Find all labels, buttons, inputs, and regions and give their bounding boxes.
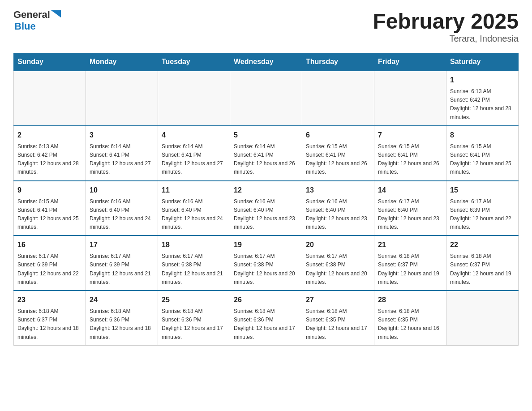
day-info: Sunrise: 6:18 AM Sunset: 6:37 PM Dayligh… bbox=[17, 307, 82, 342]
calendar-cell bbox=[86, 71, 158, 126]
calendar-cell bbox=[14, 71, 86, 126]
day-info: Sunrise: 6:13 AM Sunset: 6:42 PM Dayligh… bbox=[17, 142, 82, 177]
calendar-cell: 16Sunrise: 6:17 AM Sunset: 6:39 PM Dayli… bbox=[14, 235, 86, 291]
logo-arrow-icon bbox=[51, 10, 61, 20]
day-number: 27 bbox=[306, 295, 370, 305]
day-info: Sunrise: 6:17 AM Sunset: 6:39 PM Dayligh… bbox=[450, 197, 515, 232]
day-info: Sunrise: 6:18 AM Sunset: 6:37 PM Dayligh… bbox=[378, 252, 442, 287]
day-number: 18 bbox=[162, 240, 226, 250]
week-row-5: 23Sunrise: 6:18 AM Sunset: 6:37 PM Dayli… bbox=[14, 291, 519, 345]
calendar-cell: 1Sunrise: 6:13 AM Sunset: 6:42 PM Daylig… bbox=[446, 71, 519, 126]
calendar-cell: 21Sunrise: 6:18 AM Sunset: 6:37 PM Dayli… bbox=[374, 235, 446, 291]
day-info: Sunrise: 6:17 AM Sunset: 6:38 PM Dayligh… bbox=[234, 252, 298, 287]
day-info: Sunrise: 6:16 AM Sunset: 6:40 PM Dayligh… bbox=[234, 197, 298, 232]
weekday-header-sunday: Sunday bbox=[14, 53, 86, 71]
calendar-cell bbox=[230, 71, 302, 126]
day-info: Sunrise: 6:16 AM Sunset: 6:40 PM Dayligh… bbox=[90, 197, 154, 232]
calendar-cell: 6Sunrise: 6:15 AM Sunset: 6:41 PM Daylig… bbox=[302, 126, 374, 181]
calendar-cell bbox=[446, 291, 519, 345]
day-number: 14 bbox=[378, 185, 442, 196]
calendar-subtitle: Terara, Indonesia bbox=[373, 34, 519, 44]
day-number: 2 bbox=[17, 130, 82, 141]
day-info: Sunrise: 6:16 AM Sunset: 6:40 PM Dayligh… bbox=[162, 197, 226, 232]
day-info: Sunrise: 6:14 AM Sunset: 6:41 PM Dayligh… bbox=[234, 142, 298, 177]
day-info: Sunrise: 6:15 AM Sunset: 6:41 PM Dayligh… bbox=[450, 142, 515, 177]
day-info: Sunrise: 6:17 AM Sunset: 6:39 PM Dayligh… bbox=[17, 252, 82, 287]
calendar-table: SundayMondayTuesdayWednesdayThursdayFrid… bbox=[13, 53, 519, 346]
day-number: 9 bbox=[17, 185, 82, 196]
calendar-cell: 23Sunrise: 6:18 AM Sunset: 6:37 PM Dayli… bbox=[14, 291, 86, 345]
day-number: 17 bbox=[90, 240, 154, 250]
calendar-cell: 20Sunrise: 6:17 AM Sunset: 6:38 PM Dayli… bbox=[302, 235, 374, 291]
week-row-3: 9Sunrise: 6:15 AM Sunset: 6:41 PM Daylig… bbox=[14, 181, 519, 236]
day-number: 16 bbox=[17, 240, 82, 250]
calendar-cell: 22Sunrise: 6:18 AM Sunset: 6:37 PM Dayli… bbox=[446, 235, 519, 291]
calendar-cell: 10Sunrise: 6:16 AM Sunset: 6:40 PM Dayli… bbox=[86, 181, 158, 236]
calendar-cell bbox=[374, 71, 446, 126]
calendar-cell: 26Sunrise: 6:18 AM Sunset: 6:36 PM Dayli… bbox=[230, 291, 302, 345]
svg-marker-0 bbox=[51, 10, 61, 17]
calendar-cell: 17Sunrise: 6:17 AM Sunset: 6:39 PM Dayli… bbox=[86, 235, 158, 291]
logo-general: General bbox=[13, 9, 50, 21]
calendar-cell: 25Sunrise: 6:18 AM Sunset: 6:36 PM Dayli… bbox=[158, 291, 230, 345]
calendar-cell: 11Sunrise: 6:16 AM Sunset: 6:40 PM Dayli… bbox=[158, 181, 230, 236]
weekday-header-saturday: Saturday bbox=[446, 53, 519, 71]
calendar-cell: 12Sunrise: 6:16 AM Sunset: 6:40 PM Dayli… bbox=[230, 181, 302, 236]
day-info: Sunrise: 6:17 AM Sunset: 6:38 PM Dayligh… bbox=[306, 252, 370, 287]
day-number: 5 bbox=[234, 130, 298, 141]
day-number: 26 bbox=[234, 295, 298, 305]
day-info: Sunrise: 6:15 AM Sunset: 6:41 PM Dayligh… bbox=[306, 142, 370, 177]
weekday-header-thursday: Thursday bbox=[302, 53, 374, 71]
calendar-cell: 19Sunrise: 6:17 AM Sunset: 6:38 PM Dayli… bbox=[230, 235, 302, 291]
calendar-cell: 18Sunrise: 6:17 AM Sunset: 6:38 PM Dayli… bbox=[158, 235, 230, 291]
day-number: 19 bbox=[234, 240, 298, 250]
calendar-cell: 27Sunrise: 6:18 AM Sunset: 6:35 PM Dayli… bbox=[302, 291, 374, 345]
week-row-1: 1Sunrise: 6:13 AM Sunset: 6:42 PM Daylig… bbox=[14, 71, 519, 126]
day-info: Sunrise: 6:14 AM Sunset: 6:41 PM Dayligh… bbox=[90, 142, 154, 177]
day-number: 12 bbox=[234, 185, 298, 196]
day-info: Sunrise: 6:13 AM Sunset: 6:42 PM Dayligh… bbox=[450, 87, 515, 122]
day-number: 20 bbox=[306, 240, 370, 250]
calendar-cell: 13Sunrise: 6:16 AM Sunset: 6:40 PM Dayli… bbox=[302, 181, 374, 236]
day-number: 11 bbox=[162, 185, 226, 196]
day-info: Sunrise: 6:18 AM Sunset: 6:36 PM Dayligh… bbox=[90, 307, 154, 342]
week-row-4: 16Sunrise: 6:17 AM Sunset: 6:39 PM Dayli… bbox=[14, 235, 519, 291]
day-number: 24 bbox=[90, 295, 154, 305]
day-info: Sunrise: 6:17 AM Sunset: 6:38 PM Dayligh… bbox=[162, 252, 226, 287]
logo: General Blue bbox=[13, 9, 61, 32]
calendar-cell bbox=[302, 71, 374, 126]
day-info: Sunrise: 6:18 AM Sunset: 6:36 PM Dayligh… bbox=[162, 307, 226, 342]
day-number: 21 bbox=[378, 240, 442, 250]
calendar-cell: 15Sunrise: 6:17 AM Sunset: 6:39 PM Dayli… bbox=[446, 181, 519, 236]
day-number: 22 bbox=[450, 240, 515, 250]
day-number: 23 bbox=[17, 295, 82, 305]
weekday-header-tuesday: Tuesday bbox=[158, 53, 230, 71]
calendar-cell: 8Sunrise: 6:15 AM Sunset: 6:41 PM Daylig… bbox=[446, 126, 519, 181]
day-number: 28 bbox=[378, 295, 442, 305]
day-info: Sunrise: 6:18 AM Sunset: 6:36 PM Dayligh… bbox=[234, 307, 298, 342]
logo-blue: Blue bbox=[14, 21, 36, 32]
day-info: Sunrise: 6:18 AM Sunset: 6:35 PM Dayligh… bbox=[306, 307, 370, 342]
week-row-2: 2Sunrise: 6:13 AM Sunset: 6:42 PM Daylig… bbox=[14, 126, 519, 181]
header: General Blue February 2025 Terara, Indon… bbox=[13, 9, 519, 44]
calendar-cell: 5Sunrise: 6:14 AM Sunset: 6:41 PM Daylig… bbox=[230, 126, 302, 181]
day-number: 4 bbox=[162, 130, 226, 141]
day-info: Sunrise: 6:17 AM Sunset: 6:40 PM Dayligh… bbox=[378, 197, 442, 232]
calendar-cell: 9Sunrise: 6:15 AM Sunset: 6:41 PM Daylig… bbox=[14, 181, 86, 236]
day-number: 3 bbox=[90, 130, 154, 141]
weekday-header-row: SundayMondayTuesdayWednesdayThursdayFrid… bbox=[14, 53, 519, 71]
day-number: 1 bbox=[450, 75, 515, 86]
day-number: 13 bbox=[306, 185, 370, 196]
day-number: 6 bbox=[306, 130, 370, 141]
day-info: Sunrise: 6:16 AM Sunset: 6:40 PM Dayligh… bbox=[306, 197, 370, 232]
weekday-header-monday: Monday bbox=[86, 53, 158, 71]
calendar-title: February 2025 bbox=[373, 9, 519, 34]
day-number: 25 bbox=[162, 295, 226, 305]
day-number: 10 bbox=[90, 185, 154, 196]
day-number: 15 bbox=[450, 185, 515, 196]
calendar-cell: 14Sunrise: 6:17 AM Sunset: 6:40 PM Dayli… bbox=[374, 181, 446, 236]
calendar-cell: 2Sunrise: 6:13 AM Sunset: 6:42 PM Daylig… bbox=[14, 126, 86, 181]
weekday-header-wednesday: Wednesday bbox=[230, 53, 302, 71]
calendar-cell: 28Sunrise: 6:18 AM Sunset: 6:35 PM Dayli… bbox=[374, 291, 446, 345]
weekday-header-friday: Friday bbox=[374, 53, 446, 71]
